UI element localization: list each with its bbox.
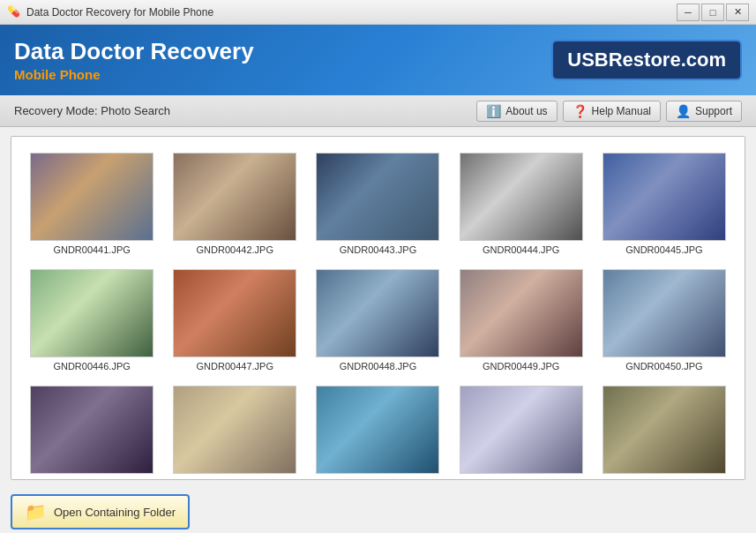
support-label: Support: [695, 105, 732, 117]
photo-thumbnail: [173, 153, 296, 241]
photo-filename: GNDR00447.JPG: [197, 361, 273, 372]
window-controls: ─ □ ✕: [677, 4, 749, 21]
photo-item[interactable]: GNDR00451.JPG: [20, 379, 163, 479]
photo-thumbnail: [316, 153, 439, 241]
window-title: Data Doctor Recovery for Mobile Phone: [26, 6, 677, 19]
photo-thumbnail: [460, 386, 583, 474]
toolbar: Recovery Mode: Photo Search ℹ️ About us …: [0, 95, 756, 127]
photo-filename: GNDR00442.JPG: [197, 244, 273, 255]
photo-thumbnail: [460, 153, 583, 241]
folder-icon: 📁: [25, 501, 47, 522]
photo-item[interactable]: GNDR00442.JPG: [163, 146, 306, 262]
photo-item[interactable]: GNDR00454.JPG: [450, 379, 593, 479]
photo-thumbnail: [460, 269, 583, 357]
about-button[interactable]: ℹ️ About us: [476, 101, 557, 122]
help-label: Help Manual: [592, 105, 651, 117]
photo-item[interactable]: GNDR00446.JPG: [20, 262, 163, 379]
support-icon: 👤: [676, 104, 691, 118]
header: Data Doctor Recovery Mobile Phone USBRes…: [0, 25, 756, 95]
photo-item[interactable]: GNDR00448.JPG: [306, 262, 449, 379]
photo-item[interactable]: GNDR00449.JPG: [450, 262, 593, 379]
photo-item[interactable]: GNDR00455.JPG: [593, 379, 736, 479]
photo-item[interactable]: GNDR00445.JPG: [593, 146, 736, 262]
brand-label: USBRestore.com: [551, 40, 742, 80]
photo-item[interactable]: GNDR00441.JPG: [20, 146, 163, 262]
help-button[interactable]: ❓ Help Manual: [563, 101, 661, 122]
photo-item[interactable]: GNDR00453.JPG: [306, 379, 449, 479]
photo-thumbnail: [30, 386, 153, 474]
photo-thumbnail: [173, 269, 296, 357]
photo-filename: GNDR00444.JPG: [483, 244, 559, 255]
photo-filename: GNDR00449.JPG: [483, 361, 559, 372]
support-button[interactable]: 👤 Support: [666, 101, 742, 122]
photo-filename: GNDR00454.JPG: [483, 477, 559, 479]
photo-filename: GNDR00448.JPG: [340, 361, 416, 372]
photo-thumbnail: [603, 153, 726, 241]
photo-filename: GNDR00451.JPG: [53, 477, 130, 479]
app-title: Data Doctor Recovery: [14, 38, 254, 65]
photo-filename: GNDR00441.JPG: [53, 244, 130, 255]
photo-filename: GNDR00455.JPG: [625, 477, 702, 479]
photo-filename: GNDR00445.JPG: [625, 244, 702, 255]
minimize-button[interactable]: ─: [677, 4, 700, 21]
photo-thumbnail: [603, 386, 726, 474]
photo-filename: GNDR00452.JPG: [197, 477, 273, 479]
folder-bar: 📁 Open Containing Folder: [11, 489, 745, 533]
photo-item[interactable]: GNDR00452.JPG: [163, 379, 306, 479]
photo-grid: GNDR00441.JPGGNDR00442.JPGGNDR00443.JPGG…: [11, 137, 745, 479]
photo-filename: GNDR00443.JPG: [340, 244, 416, 255]
photo-filename: GNDR00450.JPG: [625, 361, 702, 372]
photo-thumbnail: [316, 386, 439, 474]
app-icon: 💊: [7, 5, 21, 19]
toolbar-buttons: ℹ️ About us ❓ Help Manual 👤 Support: [476, 101, 742, 122]
titlebar: 💊 Data Doctor Recovery for Mobile Phone …: [0, 0, 756, 25]
photo-item[interactable]: GNDR00450.JPG: [593, 262, 736, 379]
photo-thumbnail: [30, 269, 153, 357]
maximize-button[interactable]: □: [701, 4, 724, 21]
photo-item[interactable]: GNDR00447.JPG: [163, 262, 306, 379]
info-icon: ℹ️: [486, 104, 501, 118]
open-folder-button[interactable]: 📁 Open Containing Folder: [11, 494, 190, 529]
photo-grid-container: GNDR00441.JPGGNDR00442.JPGGNDR00443.JPGG…: [11, 136, 745, 480]
app-subtitle: Mobile Phone: [14, 67, 254, 82]
photo-item[interactable]: GNDR00444.JPG: [450, 146, 593, 262]
recovery-mode-label: Recovery Mode: Photo Search: [14, 104, 476, 117]
photo-thumbnail: [316, 269, 439, 357]
about-label: About us: [505, 105, 547, 117]
open-folder-label: Open Containing Folder: [54, 506, 176, 519]
photo-thumbnail: [173, 386, 296, 474]
photo-filename: GNDR00446.JPG: [53, 361, 130, 372]
photo-filename: GNDR00453.JPG: [340, 477, 416, 479]
photo-thumbnail: [603, 269, 726, 357]
photo-thumbnail: [30, 153, 153, 241]
close-button[interactable]: ✕: [726, 4, 749, 21]
header-logo: Data Doctor Recovery Mobile Phone: [14, 38, 254, 82]
help-icon: ❓: [573, 104, 588, 118]
photo-item[interactable]: GNDR00443.JPG: [306, 146, 449, 262]
